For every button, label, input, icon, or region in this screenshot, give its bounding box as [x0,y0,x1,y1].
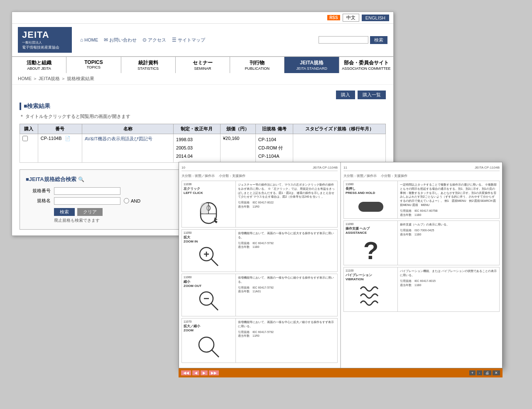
doc-left-id: JEITA CP-1104B [313,166,338,169]
col-number: 番号 [38,124,82,134]
search-button[interactable]: 検索 [370,36,387,44]
toolbar-btn-1[interactable]: ◀◀ [181,370,191,375]
logo-title: JEITA [22,29,68,40]
number-label: 規格番号 [26,188,51,194]
name-input[interactable]: 図記号 [54,197,120,205]
entry-vibration: 11100 バイブレーション VIBRATION バイブレーション機能、または … [343,267,500,312]
logo-sub1: 一般社団法人 [22,40,68,45]
svg-marker-5 [213,217,218,224]
entry-assistance: 11090 操作支援 ヘルプ ASSISTANCE ? 操作支援（ヘルプ）の表示… [343,220,500,265]
entry-zoom: 11070 拡大／縮小 ZOOM 倍増機能等において、画面の一様を中心に拡大／縮… [181,318,338,363]
sitemap-icon: ☰ [172,37,177,43]
radio-group: AND [124,198,140,203]
purchase-button[interactable]: 購入 [336,91,355,99]
lang-zh-button[interactable]: 中文 [343,14,359,22]
toolbar-zoom-out[interactable]: - [477,370,482,375]
nav-jeita-standard[interactable]: JEITA規格 JEITA STANDARD [284,57,339,73]
col-stabilized: スタビライズド規格（移行年月） [293,124,386,134]
nav-publication[interactable]: 刊行物 PUBLICATION [230,57,284,73]
name-label: 規格名 [26,198,51,204]
cell-old-std: CP-1104 CD-ROM 付 CP-1104A [255,134,293,162]
toolbar-btn-2[interactable]: ◀ [192,370,199,375]
svg-line-14 [211,350,219,357]
number-input[interactable] [54,187,120,195]
entry-left-click: 11036 左クリック LEFT CLICK [181,181,338,228]
toolbar-btn-3[interactable]: ▶ [201,370,208,375]
press-hold-icon [356,196,385,217]
nav-sitemap-link[interactable]: ☰ サイトマップ [172,37,205,43]
question-icon: ? [360,236,381,263]
nav-topics[interactable]: TOPICS TOPICS [66,57,121,73]
cell-number: CP-1104B 📄 [38,134,82,162]
svg-text:?: ? [363,237,378,263]
col-price: 頒価（円） [220,124,255,134]
result-note: ＊ タイトルをクリックすると閲覧用の画面が開きます [20,113,386,120]
logo-block: JEITA 一般社団法人 電子情報技術産業協会 [18,27,72,53]
home-icon: ⌂ [80,37,83,43]
utility-bar: RSS 中文 ENGLISH [12,12,393,24]
nav-access-link[interactable]: ⊙ アクセス [142,37,166,43]
doc-right-categories: 大分類：状態／操作示 小分類：支援操作 [343,174,500,178]
nav-committee[interactable]: 部会・委員会サイト ASSOCIATION COMMITTEE [339,57,393,73]
doc-right-page: 11 JEITA CP-1104B 大分類：状態／操作示 小分類：支援操作 11… [341,162,502,368]
nav-seminar[interactable]: セミナー SEMINAR [176,57,230,73]
nav-statistics[interactable]: 統計資料 STATISTICS [121,57,176,73]
header-nav-links: ⌂ HOME ✉ お問い合わせ ⊙ アクセス ☰ サイトマップ [80,37,310,43]
nav-home-link[interactable]: ⌂ HOME [80,37,98,43]
form-search-button[interactable]: 検索 [54,208,75,216]
radio-and[interactable] [124,198,129,203]
search-input[interactable] [319,36,368,44]
mouse-icon [197,196,220,225]
toolbar-btn-4[interactable]: ▶▶ [209,370,219,375]
vibration-icon [356,283,385,310]
col-purchase: 購入 [20,124,38,134]
site-header: JEITA 一般社団法人 電子情報技術産業協会 ⌂ HOME ✉ お問い合わせ … [12,24,393,56]
doc-viewer: 10 JEITA CP-1104B 大分類：状態／操作示 小分類：支援操作 11… [179,162,503,377]
entry-zoom-in: 11050 拡大 ZOOM IN 倍増機能等において、画面の一様を中心に拡大する… [181,229,338,272]
cell-dates: 1998.03 2005.03 2014.04 [174,134,221,162]
doc-pages: 10 JEITA CP-1104B 大分類：状態／操作示 小分類：支援操作 11… [179,162,503,368]
svg-line-12 [211,303,218,310]
svg-line-9 [211,259,218,266]
rss-badge[interactable]: RSS [327,15,340,20]
search-results-title: ■検索結果 [20,103,386,110]
cell-price: ¥20,160 [220,134,255,162]
doc-right-header: 11 JEITA CP-1104B [343,166,500,171]
entry-press-hold: 11080 長押し PRESS AND HOLD 一定時間以上タッチすることで複… [343,181,500,219]
purchase-list-button[interactable]: 購入一覧 [358,91,386,99]
entry-zoom-out: 11060 縮小 ZOOM OUT 倍増機能等において、画面の一様を中心に縮小す… [181,274,338,316]
zoom-in-icon [197,245,220,270]
col-dates: 制定・改正年月 [174,124,221,134]
toolbar-zoom-in[interactable]: + [469,370,476,375]
zoom-icon [197,334,220,361]
table-row: CP-1104B 📄 AV&IT機器の表示用語及び図記号 1998.03 200… [20,134,386,162]
col-old-std: 旧規格 備考 [255,124,293,134]
contact-icon: ✉ [104,37,108,43]
breadcrumb: HOME ＞ JEITA規格 ＞ 規格検索結果 [12,73,393,85]
doc-left-header: 10 JEITA CP-1104B [181,166,338,171]
cell-stabilized [293,134,386,162]
col-name: 名称 [82,124,173,134]
svg-rect-15 [358,202,383,212]
search-form-icon: 🔍 [78,176,84,182]
form-clear-button[interactable]: クリア [77,208,103,216]
access-icon: ⊙ [142,37,147,43]
main-nav: 活動と組織 ABOUT JEITA TOPICS TOPICS 統計資料 STA… [12,56,393,73]
nav-about[interactable]: 活動と組織 ABOUT JEITA [12,57,66,73]
cell-checkbox[interactable] [20,134,38,162]
lang-en-button[interactable]: ENGLISH [362,15,389,21]
logo-sub2: 電子情報技術産業協会 [22,45,68,50]
doc-toolbar: ◀◀ ◀ ▶ ▶▶ + - 🖨 ✕ [179,368,503,377]
doc-right-page-num: 11 [343,166,347,169]
doc-left-page: 10 JEITA CP-1104B 大分類：状態／操作示 小分類：支援操作 11… [179,162,341,368]
cell-name[interactable]: AV&IT機器の表示用語及び図記号 [82,134,173,162]
toolbar-close[interactable]: ✕ [493,370,500,375]
results-table: 購入 番号 名称 制定・改正年月 頒価（円） 旧規格 備考 スタビライズド規格（… [20,124,386,162]
zoom-out-icon [197,289,220,314]
doc-right-id: JEITA CP-1104B [475,166,500,169]
doc-left-page-num: 10 [181,166,185,169]
action-buttons: 購入 購入一覧 [20,91,386,99]
nav-contact-link[interactable]: ✉ お問い合わせ [104,37,137,43]
toolbar-print[interactable]: 🖨 [483,370,491,375]
doc-left-categories: 大分類：状態／操作示 小分類：支援操作 [181,174,338,178]
